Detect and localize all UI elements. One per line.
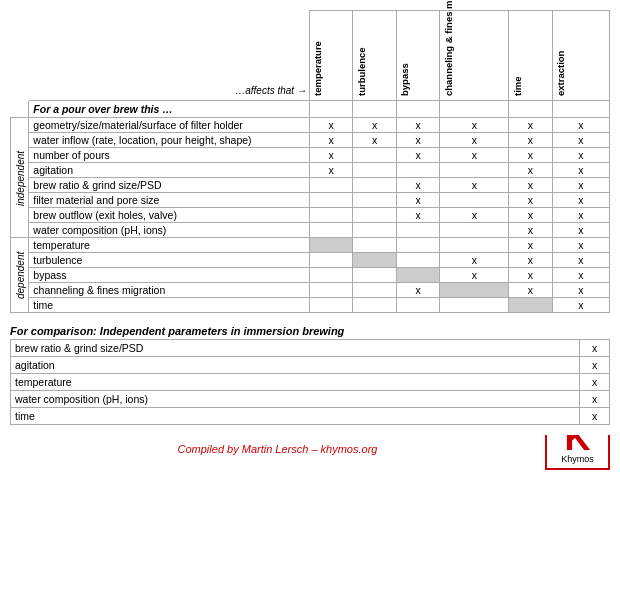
cell: x [509, 268, 553, 283]
cell [353, 223, 397, 238]
table-row: channeling & fines migrationxxx [11, 283, 610, 298]
comparison-row-label: temperature [11, 374, 580, 391]
col-header-turbulence: turbulence [353, 11, 397, 101]
comparison-row-label: time [11, 408, 580, 425]
cell [309, 283, 353, 298]
table-row: water composition (pH, ions)xx [11, 223, 610, 238]
row-label: agitation [29, 163, 310, 178]
cell: x [440, 148, 509, 163]
cell: x [396, 193, 440, 208]
col-header-extraction: extraction [552, 11, 609, 101]
cell: x [509, 148, 553, 163]
table-row: filter material and pore sizexxx [11, 193, 610, 208]
cell [353, 298, 397, 313]
comparison-row-label: water composition (pH, ions) [11, 391, 580, 408]
cell [309, 253, 353, 268]
cell: x [396, 148, 440, 163]
cell [440, 283, 509, 298]
cell: x [552, 178, 609, 193]
cell [396, 223, 440, 238]
main-table: …affects that → temperature turbulence b… [10, 10, 610, 313]
cell: x [440, 118, 509, 133]
cell: x [309, 118, 353, 133]
row-label: bypass [29, 268, 310, 283]
cell [353, 268, 397, 283]
col-header-channeling: channeling & fines migration [440, 11, 509, 101]
cell [309, 298, 353, 313]
affects-label: …affects that → [29, 11, 310, 101]
cell: x [509, 118, 553, 133]
comparison-row: water composition (pH, ions)x [11, 391, 610, 408]
row-label: turbulence [29, 253, 310, 268]
cell: x [440, 268, 509, 283]
comparison-cell-x: x [580, 391, 610, 408]
cell: x [509, 163, 553, 178]
cell: x [440, 253, 509, 268]
cell: x [509, 193, 553, 208]
cell: x [509, 133, 553, 148]
cell [309, 268, 353, 283]
cell: x [396, 178, 440, 193]
comparison-row-label: agitation [11, 357, 580, 374]
main-container: …affects that → temperature turbulence b… [10, 10, 610, 470]
cell: x [353, 118, 397, 133]
row-label: water inflow (rate, location, pour heigh… [29, 133, 310, 148]
comparison-cell-x: x [580, 374, 610, 391]
cell: x [552, 268, 609, 283]
table-row: agitationxxx [11, 163, 610, 178]
khymos-logo: 19 K Khymos [545, 435, 610, 470]
row-label: water composition (pH, ions) [29, 223, 310, 238]
comparison-section: For comparison: Independent parameters i… [10, 325, 610, 425]
independent-label: independent [11, 118, 29, 238]
comparison-table: brew ratio & grind size/PSDxagitationxte… [10, 339, 610, 425]
cell: x [509, 223, 553, 238]
row-label: brew outflow (exit holes, valve) [29, 208, 310, 223]
col-header-bypass: bypass [396, 11, 440, 101]
cell: x [353, 133, 397, 148]
cell: x [440, 178, 509, 193]
col-header-time: time [509, 11, 553, 101]
cell: x [509, 208, 553, 223]
cell: x [396, 118, 440, 133]
comparison-row: timex [11, 408, 610, 425]
table-row: independentgeometry/size/material/surfac… [11, 118, 610, 133]
footer-area: 19 K Khymos Compiled by Martin Lersch – … [10, 435, 610, 470]
cell: x [440, 208, 509, 223]
cell [440, 163, 509, 178]
cell: x [509, 238, 553, 253]
cell: x [552, 193, 609, 208]
comparison-row: temperaturex [11, 374, 610, 391]
cell: x [440, 133, 509, 148]
dependent-label: dependent [11, 238, 29, 313]
cell: x [509, 253, 553, 268]
cell: x [552, 148, 609, 163]
cell: x [552, 238, 609, 253]
comparison-cell-x: x [580, 340, 610, 357]
cell: x [552, 223, 609, 238]
comparison-cell-x: x [580, 408, 610, 425]
cell: x [509, 178, 553, 193]
cell [440, 298, 509, 313]
cell: x [552, 298, 609, 313]
cell [353, 208, 397, 223]
cell [309, 208, 353, 223]
comparison-title: For comparison: Independent parameters i… [10, 325, 610, 337]
cell: x [309, 148, 353, 163]
cell: x [552, 133, 609, 148]
cell: x [396, 208, 440, 223]
cell: x [396, 133, 440, 148]
row-label: temperature [29, 238, 310, 253]
cell [440, 223, 509, 238]
cell [396, 163, 440, 178]
comparison-row: agitationx [11, 357, 610, 374]
row-label: number of pours [29, 148, 310, 163]
cell: x [552, 208, 609, 223]
cell: x [309, 163, 353, 178]
row-label: brew ratio & grind size/PSD [29, 178, 310, 193]
cell [440, 238, 509, 253]
row-label: filter material and pore size [29, 193, 310, 208]
cell [353, 238, 397, 253]
cell [509, 298, 553, 313]
table-row: brew ratio & grind size/PSDxxxx [11, 178, 610, 193]
cell: x [552, 163, 609, 178]
